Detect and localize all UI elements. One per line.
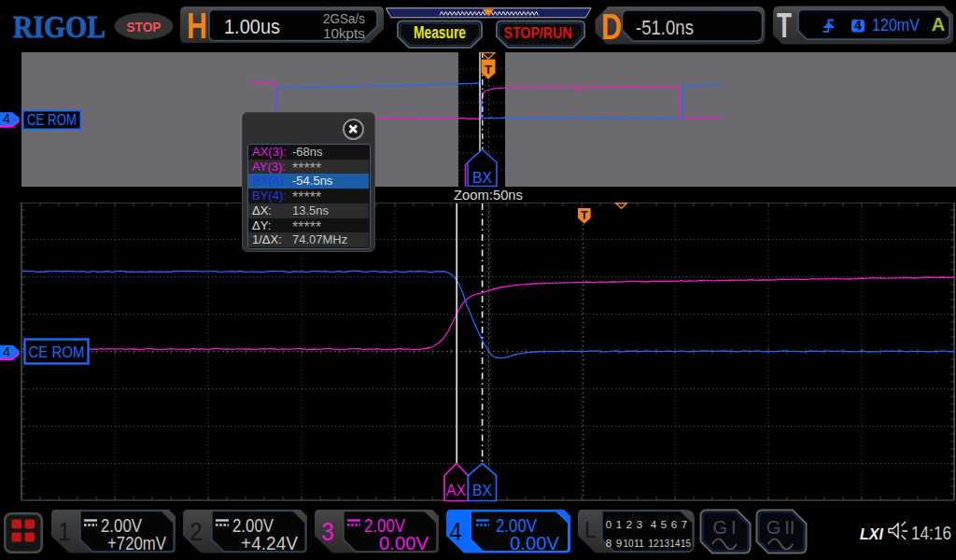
svg-text:7: 7: [682, 519, 687, 530]
svg-text:14:16: 14:16: [911, 523, 951, 543]
svg-text:1: 1: [616, 519, 622, 530]
svg-text:10kpts: 10kpts: [323, 25, 365, 41]
svg-text:4: 4: [3, 344, 10, 359]
svg-text:STOP: STOP: [127, 19, 162, 35]
svg-text:4: 4: [854, 18, 862, 33]
svg-text:AX: AX: [446, 483, 466, 498]
svg-text:+720mV: +720mV: [107, 533, 167, 553]
svg-text:1: 1: [58, 517, 71, 546]
svg-text:5: 5: [661, 519, 667, 530]
svg-text:3: 3: [321, 517, 334, 546]
svg-text:T: T: [581, 209, 588, 222]
svg-text:L: L: [584, 517, 597, 542]
svg-text:8: 8: [606, 538, 612, 549]
svg-text:6: 6: [671, 519, 677, 530]
svg-text:BX: BX: [472, 170, 492, 186]
svg-text:120mV: 120mV: [872, 15, 921, 35]
svg-text:+4.24V: +4.24V: [241, 533, 299, 553]
svg-text:2: 2: [190, 517, 203, 546]
svg-text:10: 10: [624, 538, 634, 549]
svg-text:13: 13: [659, 538, 669, 549]
svg-text:RIGOL: RIGOL: [13, 9, 105, 44]
svg-text:G I: G I: [712, 517, 736, 538]
svg-text:12: 12: [649, 538, 659, 549]
svg-text:T: T: [777, 7, 792, 45]
svg-text:14: 14: [670, 538, 682, 549]
svg-text:3: 3: [637, 519, 642, 530]
svg-text:D: D: [601, 7, 622, 47]
svg-text:H: H: [187, 6, 207, 46]
svg-text:Measure: Measure: [414, 23, 466, 42]
svg-text:A: A: [932, 14, 945, 35]
svg-text:0.00V: 0.00V: [379, 533, 429, 553]
svg-text:0.00V: 0.00V: [510, 533, 560, 553]
svg-text:4: 4: [651, 519, 657, 530]
svg-text:15: 15: [681, 538, 691, 549]
svg-text:4: 4: [449, 517, 462, 546]
svg-text:-51.0ns: -51.0ns: [636, 16, 694, 39]
svg-text:2GSa/s: 2GSa/s: [323, 10, 365, 26]
svg-text:CE ROM: CE ROM: [27, 112, 77, 128]
svg-text:4: 4: [3, 111, 10, 126]
svg-text:Zoom:50ns: Zoom:50ns: [454, 187, 523, 203]
svg-text:STOP/RUN: STOP/RUN: [504, 24, 572, 42]
svg-text:LXI: LXI: [860, 525, 884, 543]
svg-text:0: 0: [606, 519, 612, 530]
svg-text:G II: G II: [766, 517, 795, 538]
svg-text:2: 2: [626, 519, 632, 530]
svg-text:1.00us: 1.00us: [224, 15, 280, 38]
svg-text:CE ROM: CE ROM: [29, 343, 85, 361]
svg-text:BX: BX: [472, 483, 492, 498]
svg-text:11: 11: [634, 538, 644, 549]
svg-text:9: 9: [616, 538, 623, 549]
svg-text:T: T: [485, 63, 492, 77]
